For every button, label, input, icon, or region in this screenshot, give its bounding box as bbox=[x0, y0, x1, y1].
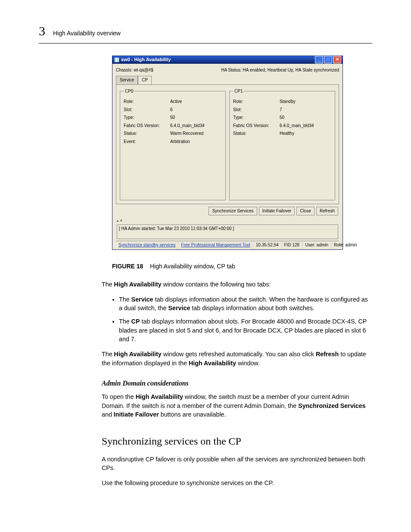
cp0-role-value: Active bbox=[170, 99, 182, 105]
section-title: High Availability overview bbox=[53, 29, 121, 37]
info-row: Chassis: wt-qa@#$ HA Status: HA enabled,… bbox=[116, 67, 339, 74]
svg-rect-4 bbox=[117, 60, 118, 61]
cp1-fos-label: Fabric OS Version: bbox=[233, 123, 280, 129]
synchronize-services-button[interactable]: Synchronize Services bbox=[209, 207, 257, 216]
cp1-slot-label: Slot: bbox=[233, 107, 280, 113]
subsection-heading: Admin Domain considerations bbox=[102, 378, 372, 388]
cp1-role-label: Role: bbox=[233, 99, 280, 105]
cp0-event-value: Arbitration bbox=[170, 139, 190, 145]
status-role: Role: admin bbox=[331, 241, 359, 249]
cp1-slot-value: 7 bbox=[280, 107, 282, 113]
initiate-failover-button[interactable]: Initiate Failover bbox=[259, 207, 295, 216]
cp1-type-label: Type: bbox=[233, 115, 280, 121]
header-rule bbox=[39, 43, 372, 44]
cp1-fos-value: 6.4.0_main_bld34 bbox=[280, 123, 314, 129]
app-icon bbox=[114, 57, 119, 62]
cp1-status-label: Status: bbox=[233, 131, 280, 137]
cp0-fos-value: 6.4.0_main_bld34 bbox=[170, 123, 205, 129]
cp0-status-label: Status: bbox=[124, 131, 170, 137]
page-header: 3 High Availability overview bbox=[39, 22, 372, 40]
minimize-button[interactable]: _ bbox=[315, 56, 323, 63]
cp0-role-label: Role: bbox=[124, 99, 170, 105]
list-item: The Service tab displays information abo… bbox=[119, 295, 372, 313]
sync-standby-link[interactable]: Synchronize standby services bbox=[116, 241, 178, 249]
hastatus-value: HA enabled, Heartbeat Up, HA State synch… bbox=[243, 68, 339, 72]
list-item: The CP tab displays information about sl… bbox=[119, 317, 372, 344]
tab-bar: Service CP bbox=[116, 76, 339, 84]
cp0-slot-label: Slot: bbox=[124, 107, 170, 113]
tab-cp[interactable]: CP bbox=[138, 76, 152, 84]
cp1-panel: CP1 Role:Standby Slot:7 Type:50 Fabric O… bbox=[229, 88, 335, 200]
close-panel-button[interactable]: Close bbox=[296, 207, 314, 216]
hastatus-label: HA Status: bbox=[221, 68, 242, 72]
cp0-type-value: 50 bbox=[170, 115, 175, 121]
figure-label: FIGURE 18 bbox=[112, 263, 143, 270]
app-window: sw0 - High Availability _ □ ✕ Chassis: w… bbox=[112, 56, 343, 250]
svg-rect-0 bbox=[115, 58, 119, 62]
tab-service[interactable]: Service bbox=[116, 76, 138, 84]
figure-caption-text: High Availability window, CP tab bbox=[150, 263, 235, 270]
cp1-type-value: 50 bbox=[280, 115, 284, 121]
resize-grip-icon: ▴ ▾ bbox=[117, 218, 339, 224]
section-heading: Synchronizing services on the CP bbox=[102, 434, 372, 449]
cp1-legend: CP1 bbox=[233, 88, 244, 95]
figure-caption: FIGURE 18 High Availability window, CP t… bbox=[112, 262, 372, 271]
cp1-role-value: Standby bbox=[280, 99, 296, 105]
cp1-status-value: Healthy bbox=[280, 131, 294, 137]
log-panel: [ HA Admin started: Tue Mar 23 2010 11:0… bbox=[117, 224, 338, 239]
paragraph: Use the following procedure to synchroni… bbox=[102, 479, 372, 488]
window-controls: _ □ ✕ bbox=[315, 56, 341, 63]
management-tool-link[interactable]: Free Professional Management Tool bbox=[178, 241, 253, 249]
chassis-value: wt-qa@#$ bbox=[134, 68, 153, 72]
cp0-slot-value: 6 bbox=[170, 107, 173, 113]
window-title: sw0 - High Availability bbox=[121, 56, 315, 63]
paragraph: A nondisruptive CP failover is only poss… bbox=[102, 455, 372, 473]
paragraph: To open the High Availability window, th… bbox=[102, 392, 372, 419]
cp0-event-label: Event: bbox=[124, 139, 170, 145]
maximize-button[interactable]: □ bbox=[324, 56, 332, 63]
refresh-button[interactable]: Refresh bbox=[316, 207, 338, 216]
svg-rect-3 bbox=[115, 60, 116, 61]
status-bar: Synchronize standby services Free Profes… bbox=[116, 241, 339, 249]
window-body: Chassis: wt-qa@#$ HA Status: HA enabled,… bbox=[112, 64, 342, 249]
status-user: User: admin bbox=[302, 241, 331, 249]
close-button[interactable]: ✕ bbox=[333, 56, 341, 63]
status-ip: 10.35.52.54 bbox=[253, 241, 282, 249]
paragraph: The High Availability window gets refres… bbox=[102, 350, 372, 367]
status-fid: FID 128 bbox=[282, 241, 303, 249]
bullet-list: The Service tab displays information abo… bbox=[102, 295, 372, 344]
svg-rect-2 bbox=[117, 59, 118, 59]
chapter-number: 3 bbox=[39, 22, 45, 40]
tab-cp-body: CP0 Role:Active Slot:6 Type:50 Fabric OS… bbox=[116, 84, 339, 204]
cp0-legend: CP0 bbox=[124, 88, 134, 95]
titlebar: sw0 - High Availability _ □ ✕ bbox=[112, 56, 342, 64]
cp0-status-value: Warm Recovered bbox=[170, 131, 203, 137]
body-text: The High Availability window contains th… bbox=[102, 280, 372, 488]
cp0-panel: CP0 Role:Active Slot:6 Type:50 Fabric OS… bbox=[120, 88, 226, 200]
cp0-type-label: Type: bbox=[124, 115, 170, 121]
button-row: Synchronize Services Initiate Failover C… bbox=[116, 204, 339, 218]
svg-rect-1 bbox=[115, 59, 116, 59]
figure-screenshot: sw0 - High Availability _ □ ✕ Chassis: w… bbox=[112, 56, 372, 250]
cp0-fos-label: Fabric OS Version: bbox=[124, 123, 170, 129]
paragraph: The High Availability window contains th… bbox=[102, 280, 372, 289]
chassis-label: Chassis: bbox=[116, 68, 132, 72]
